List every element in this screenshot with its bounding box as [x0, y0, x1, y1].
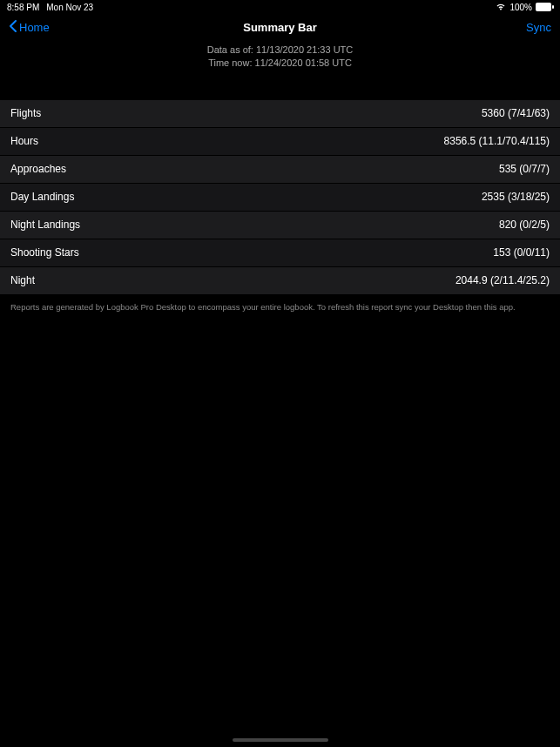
home-indicator: [233, 738, 328, 742]
row-value: 2044.9 (2/11.4/25.2): [455, 274, 550, 286]
row-value: 5360 (7/41/63): [482, 107, 550, 119]
footer-note: Reports are generated by Logbook Pro Des…: [0, 295, 560, 319]
row-value: 2535 (3/18/25): [482, 191, 550, 203]
status-battery-pct: 100%: [509, 3, 532, 12]
row-label: Hours: [10, 135, 38, 147]
header-info: Data as of: 11/13/2020 21:33 UTC Time no…: [0, 40, 560, 77]
row-value: 8356.5 (11.1/70.4/115): [444, 135, 550, 147]
list-row[interactable]: Night 2044.9 (2/11.4/25.2): [0, 267, 560, 295]
row-value: 535 (0/7/7): [499, 163, 550, 175]
list-row[interactable]: Night Landings 820 (0/2/5): [0, 212, 560, 239]
row-label: Night Landings: [10, 219, 80, 231]
summary-list: Flights 5360 (7/41/63) Hours 8356.5 (11.…: [0, 100, 560, 295]
row-label: Approaches: [10, 163, 66, 175]
row-label: Shooting Stars: [10, 246, 79, 259]
list-row[interactable]: Hours 8356.5 (11.1/70.4/115): [0, 128, 560, 156]
status-date: Mon Nov 23: [46, 3, 93, 12]
row-value: 153 (0/0/11): [493, 246, 550, 259]
data-as-of-text: Data as of: 11/13/2020 21:33 UTC: [0, 44, 560, 57]
row-value: 820 (0/2/5): [499, 219, 550, 231]
page-title: Summary Bar: [243, 21, 317, 34]
svg-rect-1: [552, 5, 554, 9]
list-row[interactable]: Flights 5360 (7/41/63): [0, 100, 560, 128]
status-left: 8:58 PM Mon Nov 23: [7, 3, 93, 12]
nav-back-button[interactable]: Home: [9, 20, 50, 35]
nav-bar: Home Summary Bar Sync: [0, 14, 560, 40]
status-time: 8:58 PM: [7, 3, 39, 12]
row-label: Night: [10, 274, 35, 286]
chevron-left-icon: [9, 20, 17, 35]
list-row[interactable]: Day Landings 2535 (3/18/25): [0, 184, 560, 212]
battery-icon: [536, 3, 553, 11]
sync-button[interactable]: Sync: [526, 21, 551, 34]
status-right: 100%: [496, 3, 553, 12]
svg-rect-0: [536, 3, 551, 11]
row-label: Flights: [10, 107, 41, 119]
nav-back-label: Home: [19, 21, 50, 34]
status-bar: 8:58 PM Mon Nov 23 100%: [0, 0, 560, 14]
row-label: Day Landings: [10, 191, 74, 203]
list-row[interactable]: Shooting Stars 153 (0/0/11): [0, 239, 560, 267]
time-now-text: Time now: 11/24/2020 01:58 UTC: [0, 57, 560, 70]
list-row[interactable]: Approaches 535 (0/7/7): [0, 156, 560, 184]
wifi-icon: [496, 3, 506, 11]
